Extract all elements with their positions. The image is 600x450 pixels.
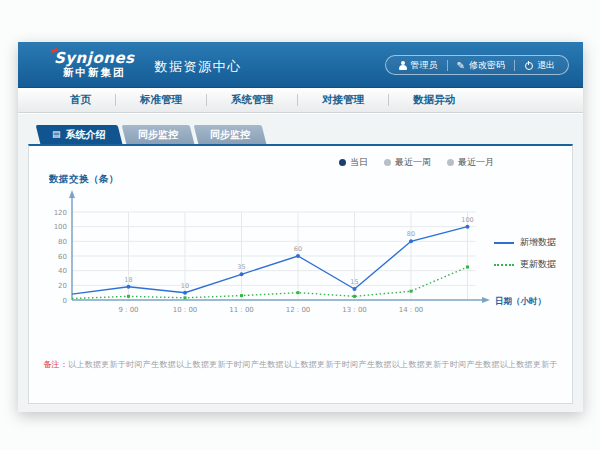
svg-text:10 : 00: 10 : 00 [173, 306, 198, 314]
svg-text:35: 35 [237, 263, 245, 271]
user-icon [399, 61, 407, 70]
nav-item[interactable]: 数据异动 [389, 93, 479, 107]
svg-text:18: 18 [124, 276, 132, 284]
logo-company: 新中新集团 [54, 67, 135, 79]
svg-text:15: 15 [350, 278, 358, 286]
svg-text:0: 0 [63, 297, 67, 305]
footer-note-text: 以上数据更新于时间产生数据以上数据更新于时间产生数据以上数据更新于时间产生数据以… [68, 360, 558, 369]
filter-option[interactable]: 最近一月 [447, 156, 494, 169]
filter-option-label: 最近一周 [395, 156, 431, 169]
filter-option[interactable]: 当日 [339, 156, 368, 169]
svg-text:14 : 00: 14 : 00 [399, 306, 424, 314]
filter-option[interactable]: 最近一周 [384, 156, 431, 169]
logo-brand: Synjones [54, 50, 135, 67]
svg-text:120: 120 [54, 209, 67, 217]
svg-text:100: 100 [461, 216, 473, 224]
tab[interactable]: 同步监控 [193, 125, 266, 144]
tab-bar: ▤系统介绍同步监控同步监控 [28, 125, 573, 144]
nav-item[interactable]: 对接管理 [298, 93, 388, 107]
tab-label: 同步监控 [210, 125, 250, 144]
logo: Synjones 新中新集团 [54, 50, 135, 78]
change-password-button[interactable]: ✎ 修改密码 [448, 59, 514, 72]
svg-text:11 : 00: 11 : 00 [229, 306, 254, 314]
nav-item[interactable]: 系统管理 [207, 93, 297, 107]
radio-dot-icon [339, 159, 346, 166]
page-title: 数据资源中心 [155, 54, 242, 76]
chart-y-axis-title: 数据交换（条） [49, 173, 119, 186]
tab-label: 同步监控 [138, 125, 178, 144]
footer-note: 备注：以上数据更新于时间产生数据以上数据更新于时间产生数据以上数据更新于时间产生… [39, 359, 562, 370]
chart-panel: 当日最近一周最近一月 数据交换（条） 0204060801001209 : 00… [28, 144, 573, 404]
radio-dot-icon [447, 159, 454, 166]
svg-text:9 : 00: 9 : 00 [118, 306, 138, 314]
header: Synjones 新中新集团 数据资源中心 管理员 ✎ 修改密码 退出 [18, 42, 583, 88]
svg-text:100: 100 [54, 223, 67, 231]
edit-icon: ✎ [457, 61, 465, 70]
tab[interactable]: 同步监控 [121, 125, 194, 144]
range-filters: 当日最近一周最近一月 [339, 156, 494, 169]
svg-text:20: 20 [58, 282, 67, 290]
footer-note-prefix: 备注： [43, 360, 68, 369]
user-toolbar: 管理员 ✎ 修改密码 退出 [385, 55, 569, 75]
svg-text:80: 80 [407, 230, 415, 238]
tab-label: 系统介绍 [66, 125, 106, 144]
legend-marker [494, 264, 514, 266]
legend-marker [494, 242, 514, 244]
svg-text:13 : 00: 13 : 00 [342, 306, 367, 314]
filter-option-label: 最近一月 [458, 156, 494, 169]
nav-item[interactable]: 标准管理 [116, 93, 206, 107]
logout-label: 退出 [537, 59, 555, 72]
power-icon [524, 61, 533, 70]
legend-label: 更新数据 [520, 258, 556, 271]
main-nav: 首页标准管理系统管理对接管理数据异动 [18, 88, 583, 113]
filter-option-label: 当日 [350, 156, 368, 169]
tab-inner: 同步监控 [138, 125, 178, 144]
svg-text:80: 80 [58, 238, 67, 246]
svg-text:10: 10 [181, 282, 189, 290]
logout-button[interactable]: 退出 [515, 59, 564, 72]
svg-text:40: 40 [58, 267, 67, 275]
legend-item[interactable]: 新增数据 [494, 236, 556, 249]
tab-inner: 同步监控 [210, 125, 250, 144]
user-button[interactable]: 管理员 [390, 59, 447, 72]
legend-item[interactable]: 更新数据 [494, 258, 556, 271]
svg-text:12 : 00: 12 : 00 [286, 306, 311, 314]
chart-legend: 新增数据更新数据 [494, 236, 556, 271]
form-icon: ▤ [52, 130, 61, 139]
tab[interactable]: ▤系统介绍 [36, 125, 122, 144]
svg-text:日期（小时）: 日期（小时） [495, 296, 546, 306]
app-window: Synjones 新中新集团 数据资源中心 管理员 ✎ 修改密码 退出 首页标准… [18, 42, 583, 412]
svg-text:60: 60 [58, 253, 67, 261]
nav-item[interactable]: 首页 [46, 93, 115, 107]
user-label: 管理员 [411, 59, 438, 72]
radio-dot-icon [384, 159, 391, 166]
change-password-label: 修改密码 [469, 59, 505, 72]
content-area: ▤系统介绍同步监控同步监控 当日最近一周最近一月 数据交换（条） 0204060… [18, 114, 583, 412]
tab-inner: ▤系统介绍 [52, 125, 106, 144]
legend-label: 新增数据 [520, 236, 556, 249]
svg-text:60: 60 [294, 245, 302, 253]
